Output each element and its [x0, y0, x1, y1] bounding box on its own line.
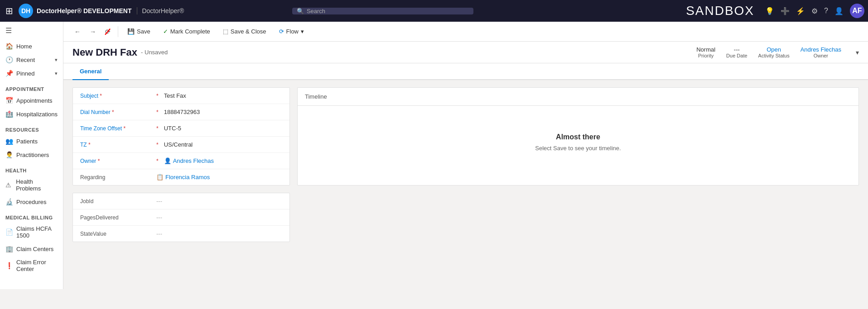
owner-field-value[interactable]: 👤 Andres Flechas	[164, 157, 214, 164]
form-area: Subject * Test Fax Dial Number * 1888473…	[63, 80, 868, 193]
regarding-value[interactable]: 📋 Florencia Ramos	[156, 174, 210, 181]
owner-value[interactable]: Andres Flechas	[800, 46, 841, 53]
tab-general[interactable]: General	[72, 63, 109, 80]
sidebar-item-patients[interactable]: 👥 Patients	[0, 134, 63, 148]
sidebar-item-procedures[interactable]: 🔬 Procedures	[0, 195, 63, 209]
user-avatar[interactable]: AF	[850, 4, 864, 18]
person-icon[interactable]: 👤	[834, 7, 844, 15]
org-name: DoctorHelper® DEVELOPMENT	[37, 7, 131, 14]
owner-label: Owner	[800, 53, 841, 58]
hospital-icon: 🏥	[5, 110, 13, 118]
pages-delivered-value[interactable]: ---	[156, 214, 162, 221]
sidebar-item-home[interactable]: 🏠 Home	[0, 39, 63, 53]
form-row-jobid: JobId ---	[73, 193, 289, 209]
search-input[interactable]	[307, 8, 469, 14]
sidebar-item-practitioners[interactable]: 👨‍⚕️ Practitioners	[0, 148, 63, 162]
sidebar-item-claims[interactable]: 📄 Claims HCFA 1500	[0, 222, 63, 242]
filter-icon[interactable]: ⚡	[796, 7, 805, 15]
patients-icon: 👥	[5, 138, 13, 145]
top-navigation: ⊞ DH DoctorHelper® DEVELOPMENT DoctorHel…	[0, 0, 868, 22]
section-medical-billing: Medical Billing	[0, 209, 63, 222]
subject-value[interactable]: Test Fax	[164, 92, 186, 99]
meta-owner: Andres Flechas Owner	[800, 46, 841, 58]
forward-button[interactable]: →	[86, 25, 100, 38]
form-row-state-value: StateValue ---	[73, 226, 289, 242]
sidebar-item-claim-error[interactable]: ❗ Claim Error Center	[0, 256, 63, 276]
tz-offset-label: Time Zone Offset	[80, 125, 153, 132]
dial-number-value[interactable]: 18884732963	[164, 109, 200, 115]
timeline-almost-text: Almost there	[556, 133, 600, 141]
flow-button[interactable]: ⟳ Flow ▾	[274, 25, 309, 38]
settings-icon[interactable]: ⚙	[811, 7, 818, 15]
form-row-tz: TZ * US/Central	[73, 137, 289, 153]
tz-offset-value[interactable]: UTC-5	[164, 125, 181, 132]
meta-priority: Normal Priority	[696, 46, 715, 58]
sidebar-item-hospitalizations[interactable]: 🏥 Hospitalizations	[0, 107, 63, 121]
save-close-icon: ⬚	[223, 28, 228, 35]
sidebar-item-appointments[interactable]: 📅 Appointments	[0, 94, 63, 107]
activity-status-label: Activity Status	[758, 53, 790, 58]
home-icon: 🏠	[5, 43, 13, 50]
checkmark-icon: ✓	[163, 28, 168, 35]
owner-field-label: Owner	[80, 158, 153, 164]
form-row-subject: Subject * Test Fax	[73, 88, 289, 104]
tabs-bar: General	[63, 63, 868, 80]
recent-chevron-icon: ▾	[55, 57, 58, 63]
form-row-regarding: Regarding 📋 Florencia Ramos	[73, 169, 289, 185]
section-resources: Resources	[0, 121, 63, 134]
flow-dropdown-icon: ▾	[301, 28, 304, 35]
main-layout: ☰ 🏠 Home 🕐 Recent ▾ 📌 Pinned ▾ Appointme…	[0, 22, 868, 289]
pinned-chevron-icon: ▾	[55, 71, 58, 76]
form-section-2: JobId --- PagesDelivered --- StateValue …	[63, 193, 868, 249]
appointments-icon: 📅	[5, 97, 13, 104]
sidebar-item-claim-centers[interactable]: 🏢 Claim Centers	[0, 242, 63, 256]
practitioners-icon: 👨‍⚕️	[5, 151, 13, 158]
mark-complete-button[interactable]: ✓ Mark Complete	[158, 25, 216, 38]
bulb-icon[interactable]: 💡	[765, 7, 774, 15]
activity-status-value: Open	[758, 46, 790, 53]
sidebar-item-pinned[interactable]: 📌 Pinned ▾	[0, 67, 63, 80]
claim-centers-icon: 🏢	[5, 245, 13, 252]
dial-req-star: *	[156, 109, 159, 115]
due-date-value: ---	[726, 46, 747, 53]
tz-req-star: *	[156, 125, 159, 132]
app-grid-icon[interactable]: ⊞	[4, 4, 15, 18]
state-value-label: StateValue	[80, 231, 153, 237]
claim-error-icon: ❗	[5, 262, 13, 269]
hamburger-icon[interactable]: ☰	[0, 22, 63, 39]
regarding-icon: 📋	[156, 174, 164, 181]
procedures-icon: 🔬	[5, 198, 13, 205]
search-bar[interactable]: 🔍	[292, 8, 473, 14]
claims-icon: 📄	[5, 228, 13, 236]
regarding-label: Regarding	[80, 174, 153, 181]
sidebar-item-recent[interactable]: 🕐 Recent ▾	[0, 53, 63, 67]
jobid-label: JobId	[80, 198, 153, 204]
jobid-value[interactable]: ---	[156, 198, 162, 204]
recent-icon: 🕐	[5, 56, 13, 63]
timeline-sub-text: Select Save to see your timeline.	[535, 145, 621, 152]
help-icon[interactable]: ?	[824, 7, 828, 15]
toolbar-divider-1	[118, 26, 118, 37]
record-meta: Normal Priority --- Due Date Open Activi…	[696, 46, 859, 58]
save-icon: 💾	[127, 28, 135, 35]
timeline-card: Timeline Almost there Select Save to see…	[297, 87, 859, 185]
flow-icon: ⟳	[279, 28, 284, 35]
org-avatar[interactable]: DH	[19, 4, 33, 18]
save-button[interactable]: 💾 Save	[122, 25, 156, 38]
state-value[interactable]: ---	[156, 230, 162, 237]
back-button[interactable]: ←	[71, 25, 84, 38]
refresh-button[interactable]: ⟳ |	[101, 25, 114, 38]
dial-number-label: Dial Number	[80, 109, 153, 115]
record-meta-expand-icon[interactable]: ▾	[856, 49, 859, 56]
toolbar: ← → ⟳ | 💾 Save ✓ Mark Complete ⬚ Save & …	[63, 22, 868, 42]
priority-value: Normal	[696, 46, 715, 53]
pages-delivered-label: PagesDelivered	[80, 214, 153, 221]
sidebar-item-health-problems[interactable]: ⚠ Health Problems	[0, 175, 63, 195]
save-close-button[interactable]: ⬚ Save & Close	[217, 25, 272, 38]
plus-icon[interactable]: ➕	[781, 7, 790, 15]
tz-value[interactable]: US/Central	[164, 141, 193, 148]
health-problems-icon: ⚠	[5, 181, 12, 189]
section-appointment: Appointment	[0, 80, 63, 94]
subject-label: Subject	[80, 93, 153, 99]
sidebar: ☰ 🏠 Home 🕐 Recent ▾ 📌 Pinned ▾ Appointme…	[0, 22, 63, 289]
